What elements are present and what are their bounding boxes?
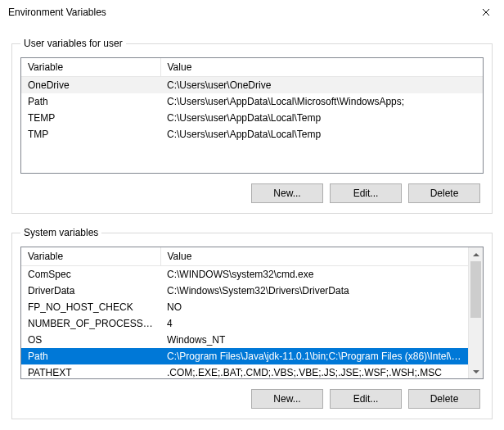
user-cell-value: C:\Users\user\AppData\Local\Temp — [160, 126, 483, 143]
system-variables-group: System variables Variable Value ComSpecC… — [11, 227, 493, 419]
chevron-down-icon — [473, 369, 479, 375]
close-icon — [482, 8, 490, 16]
system-button-row: New... Edit... Delete — [20, 389, 484, 409]
scroll-up-button[interactable] — [469, 247, 483, 261]
system-row[interactable]: NUMBER_OF_PROCESSORS4 — [21, 315, 468, 332]
system-variables-legend: System variables — [20, 227, 101, 238]
user-cell-value: C:\Users\user\AppData\Local\Microsoft\Wi… — [160, 93, 483, 110]
system-cell-variable: DriverData — [21, 283, 160, 299]
system-cell-variable: PATHEXT — [21, 364, 160, 378]
user-row[interactable]: PathC:\Users\user\AppData\Local\Microsof… — [21, 93, 483, 110]
system-row[interactable]: ComSpecC:\WINDOWS\system32\cmd.exe — [21, 266, 468, 283]
system-col-variable[interactable]: Variable — [21, 247, 160, 266]
system-cell-value: .COM;.EXE;.BAT;.CMD;.VBS;.VBE;.JS;.JSE;.… — [160, 364, 468, 378]
system-cell-value: 4 — [160, 315, 468, 332]
user-row[interactable]: OneDriveC:\Users\user\OneDrive — [21, 77, 483, 94]
user-variables-table-wrap: Variable Value OneDriveC:\Users\user\One… — [20, 57, 484, 174]
user-variables-table[interactable]: Variable Value OneDriveC:\Users\user\One… — [21, 58, 483, 143]
user-cell-variable: Path — [21, 93, 160, 110]
system-row[interactable]: DriverDataC:\Windows\System32\Drivers\Dr… — [21, 283, 468, 299]
user-row[interactable]: TEMPC:\Users\user\AppData\Local\Temp — [21, 110, 483, 126]
system-cell-value: C:\WINDOWS\system32\cmd.exe — [160, 266, 468, 283]
system-scrollbar[interactable] — [468, 247, 483, 378]
system-cell-value: Windows_NT — [160, 332, 468, 348]
system-row[interactable]: PATHEXT.COM;.EXE;.BAT;.CMD;.VBS;.VBE;.JS… — [21, 364, 468, 378]
user-new-button[interactable]: New... — [251, 183, 323, 203]
system-cell-variable: FP_NO_HOST_CHECK — [21, 299, 160, 315]
system-variables-table-wrap: Variable Value ComSpecC:\WINDOWS\system3… — [20, 247, 484, 379]
user-col-variable[interactable]: Variable — [21, 58, 160, 77]
system-variables-table[interactable]: Variable Value ComSpecC:\WINDOWS\system3… — [21, 247, 468, 378]
titlebar: Environment Variables — [0, 0, 504, 25]
system-cell-value: C:\Program Files\Java\jdk-11.0.1\bin;C:\… — [160, 348, 468, 364]
user-cell-value: C:\Users\user\OneDrive — [160, 77, 483, 94]
system-cell-variable: NUMBER_OF_PROCESSORS — [21, 315, 160, 332]
system-row[interactable]: PathC:\Program Files\Java\jdk-11.0.1\bin… — [21, 348, 468, 364]
user-variables-group: User variables for user Variable Value O… — [11, 38, 493, 214]
system-delete-button[interactable]: Delete — [408, 389, 480, 409]
user-edit-button[interactable]: Edit... — [330, 183, 402, 203]
user-col-value[interactable]: Value — [160, 58, 483, 77]
system-cell-value: NO — [160, 299, 468, 315]
system-col-value[interactable]: Value — [160, 247, 468, 266]
system-cell-variable: OS — [21, 332, 160, 348]
chevron-up-icon — [473, 251, 479, 258]
user-delete-button[interactable]: Delete — [408, 183, 480, 203]
scroll-track[interactable] — [469, 261, 483, 364]
user-cell-variable: OneDrive — [21, 77, 160, 94]
system-cell-variable: Path — [21, 348, 160, 364]
system-row[interactable]: OSWindows_NT — [21, 332, 468, 348]
window-title: Environment Variables — [8, 7, 106, 18]
user-variables-legend: User variables for user — [20, 38, 126, 49]
system-cell-variable: ComSpec — [21, 266, 160, 283]
environment-variables-dialog: Environment Variables User variables for… — [0, 0, 504, 430]
user-cell-variable: TEMP — [21, 110, 160, 126]
user-cell-variable: TMP — [21, 126, 160, 143]
close-button[interactable] — [467, 0, 504, 25]
user-row[interactable]: TMPC:\Users\user\AppData\Local\Temp — [21, 126, 483, 143]
scroll-down-button[interactable] — [469, 364, 483, 378]
system-cell-value: C:\Windows\System32\Drivers\DriverData — [160, 283, 468, 299]
user-button-row: New... Edit... Delete — [20, 183, 484, 203]
system-new-button[interactable]: New... — [251, 389, 323, 409]
scroll-thumb[interactable] — [470, 261, 481, 318]
system-row[interactable]: FP_NO_HOST_CHECKNO — [21, 299, 468, 315]
system-edit-button[interactable]: Edit... — [330, 389, 402, 409]
user-cell-value: C:\Users\user\AppData\Local\Temp — [160, 110, 483, 126]
